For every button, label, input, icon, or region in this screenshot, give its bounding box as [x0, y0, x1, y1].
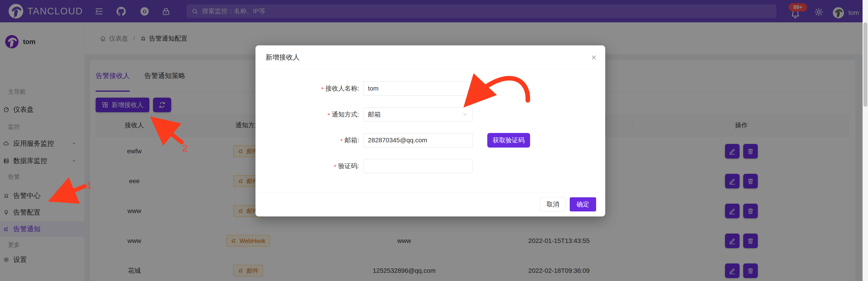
required-mark: * [340, 138, 343, 145]
modal-footer: 取消 确定 [255, 192, 605, 217]
verify-code-input[interactable] [363, 159, 473, 173]
modal-close-button[interactable] [589, 53, 599, 62]
field-verify-code: * 验证码: [255, 159, 473, 173]
modal-header: 新增接收人 [255, 46, 605, 69]
receiver-name-input[interactable] [363, 81, 473, 95]
email-input[interactable] [363, 133, 473, 147]
field-notice-method: * 通知方式: 邮箱 [255, 107, 473, 122]
required-mark: * [334, 163, 336, 171]
page-scrollbar[interactable] [863, 0, 868, 281]
required-mark: * [328, 112, 330, 119]
field-receiver-name: * 接收人名称: [255, 81, 473, 96]
add-receiver-modal: 新增接收人 * 接收人名称: * 通知方式: 邮箱 * 邮 [255, 46, 605, 217]
ok-button[interactable]: 确定 [570, 197, 596, 212]
get-verify-code-button[interactable]: 获取验证码 [487, 133, 530, 147]
required-mark: * [321, 86, 323, 93]
modal-title: 新增接收人 [266, 53, 300, 62]
select-chevron-icon [462, 112, 468, 117]
field-email: * 邮箱: 获取验证码 [255, 133, 530, 147]
scrollbar-thumb[interactable] [863, 22, 867, 107]
app-root: TANCLOUD G 99+ tom tom 主导航 [0, 0, 868, 281]
cancel-button[interactable]: 取消 [540, 197, 566, 212]
close-icon [590, 54, 597, 61]
notice-method-select[interactable]: 邮箱 [363, 107, 473, 121]
